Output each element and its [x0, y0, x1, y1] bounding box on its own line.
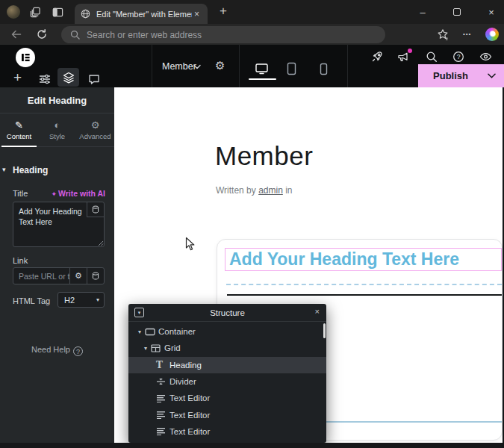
- refresh-icon[interactable]: [36, 28, 48, 40]
- new-tab-button[interactable]: +: [215, 3, 231, 19]
- copilot-icon[interactable]: [485, 28, 499, 41]
- question-icon: ?: [73, 346, 83, 356]
- tree-item-label: Text Editor: [169, 411, 210, 420]
- close-window-button[interactable]: ×: [476, 0, 504, 24]
- tree-item-container[interactable]: ▾ Container: [128, 323, 326, 340]
- caret-down-icon[interactable]: ▾: [134, 329, 145, 335]
- divider-icon: [156, 377, 169, 386]
- divider: [239, 45, 240, 87]
- address-placeholder: Search or enter web address: [87, 30, 202, 40]
- dynamic-tags-icon[interactable]: [87, 202, 104, 217]
- tab-content[interactable]: ✎ Content: [0, 113, 38, 146]
- text-editor-icon: [156, 394, 169, 402]
- publish-options-chevron-icon[interactable]: [488, 73, 496, 78]
- maximize-icon: [453, 8, 461, 16]
- link-field-label: Link: [13, 256, 28, 265]
- selected-widget-outline[interactable]: Add Your Heading Text Here: [225, 248, 502, 271]
- add-element-icon[interactable]: +: [13, 70, 22, 85]
- publish-label: Publish: [433, 70, 468, 81]
- tree-item-heading[interactable]: T Heading: [128, 357, 326, 373]
- collapse-all-icon[interactable]: ▾: [134, 308, 144, 317]
- pencil-icon: ✎: [15, 120, 23, 131]
- tree-item-text-editor[interactable]: Text Editor: [128, 390, 326, 406]
- structure-panel-toggle[interactable]: [57, 68, 79, 87]
- preview-eye-icon[interactable]: [479, 51, 492, 63]
- byline-suffix: in: [285, 185, 292, 196]
- tab-title: Edit "Member" with Elementor: [96, 10, 192, 19]
- divider: [152, 45, 152, 87]
- tab-label: Advanced: [79, 132, 111, 140]
- tab-close-icon[interactable]: ×: [192, 9, 202, 19]
- svg-text:?: ?: [457, 53, 461, 60]
- link-options-gear-icon[interactable]: ⚙: [69, 268, 87, 284]
- minimize-button[interactable]: –: [408, 0, 438, 24]
- favorites-icon[interactable]: [437, 28, 449, 40]
- panel-tabs: ✎ Content ◐ Style ⚙ Advanced: [0, 113, 114, 147]
- sparkle-icon: ✦: [51, 190, 57, 198]
- tree-item-label: Divider: [169, 377, 196, 386]
- address-bar[interactable]: Search or enter web address: [61, 26, 385, 43]
- browser-toolbar: Search or enter web address •••: [0, 24, 504, 45]
- help-icon[interactable]: ?: [452, 51, 464, 63]
- grid-outline-dashed: [226, 284, 502, 285]
- tree-item-label: Container: [158, 327, 196, 336]
- launch-icon[interactable]: [371, 51, 383, 63]
- byline-prefix: Written by: [216, 185, 256, 196]
- tree-item-text-editor[interactable]: Text Editor: [128, 406, 326, 423]
- elementor-logo[interactable]: [16, 48, 35, 67]
- browser-titlebar: Edit "Member" with Elementor × + – ×: [0, 0, 504, 24]
- heading-section-toggle[interactable]: ▾ Heading: [13, 165, 48, 175]
- workspaces-icon[interactable]: [30, 7, 41, 18]
- html-tag-select[interactable]: H2 ▾: [57, 292, 105, 308]
- html-tag-value: H2: [64, 296, 75, 305]
- browser-window: Edit "Member" with Elementor × + – × Sea…: [0, 0, 504, 448]
- divider-widget[interactable]: [227, 294, 502, 296]
- heading-widget-text[interactable]: Add Your Heading Text Here: [225, 249, 501, 270]
- browser-tab[interactable]: Edit "Member" with Elementor ×: [75, 4, 208, 24]
- tree-item-label: Text Editor: [169, 427, 210, 436]
- caret-down-icon: ▾: [2, 166, 6, 173]
- tab-style[interactable]: ◐ Style: [38, 113, 76, 146]
- structure-close-icon[interactable]: ×: [315, 307, 320, 316]
- text-editor-icon: [156, 411, 169, 419]
- write-with-ai-button[interactable]: ✦Write with AI: [51, 189, 105, 198]
- edit-panel: Edit Heading ✎ Content ◐ Style ⚙ Advance…: [0, 87, 114, 443]
- tablet-view-icon[interactable]: [287, 62, 296, 75]
- link-input[interactable]: [13, 268, 69, 284]
- site-settings-icon[interactable]: [39, 73, 51, 85]
- link-dynamic-tags-icon[interactable]: [87, 268, 104, 284]
- desktop-view-icon[interactable]: [255, 63, 269, 75]
- more-menu-icon[interactable]: •••: [463, 28, 471, 41]
- globe-icon: [81, 9, 90, 19]
- document-name[interactable]: Member: [162, 61, 196, 72]
- container-icon: [145, 328, 158, 336]
- maximize-button[interactable]: [442, 0, 472, 24]
- tab-actions-icon[interactable]: [52, 7, 63, 18]
- chevron-down-icon[interactable]: [193, 64, 201, 69]
- profile-avatar[interactable]: [7, 5, 20, 19]
- tab-advanced[interactable]: ⚙ Advanced: [76, 113, 114, 146]
- tree-item-text-editor[interactable]: Text Editor: [128, 423, 326, 440]
- back-icon[interactable]: [10, 28, 22, 40]
- panel-title: Edit Heading: [0, 87, 114, 113]
- notes-icon[interactable]: [88, 73, 100, 85]
- need-help-link[interactable]: Need Help?: [0, 345, 114, 356]
- tree-item-divider[interactable]: Divider: [128, 373, 326, 390]
- tree-item-grid[interactable]: ▾ Grid: [128, 340, 326, 356]
- document-settings-icon[interactable]: ⚙: [215, 59, 225, 72]
- notification-dot: [408, 49, 412, 53]
- author-link[interactable]: admin: [258, 185, 283, 196]
- html-tag-label: HTML Tag: [13, 296, 50, 305]
- window-bottom-edge: [0, 443, 504, 448]
- tree-item-label: Text Editor: [169, 393, 210, 402]
- elementor-topbar: + Member ⚙: [0, 45, 504, 87]
- caret-down-icon[interactable]: ▾: [140, 345, 151, 352]
- mobile-view-icon[interactable]: [320, 63, 328, 75]
- structure-panel: Structure ▾ × ▾ Container ▾ Grid T He: [128, 304, 326, 443]
- tree-item-label: Heading: [169, 361, 202, 370]
- tab-label: Style: [49, 132, 65, 140]
- publish-button[interactable]: Publish: [418, 64, 504, 87]
- scrollbar-thumb[interactable]: [323, 323, 326, 338]
- resize-handle[interactable]: [98, 240, 104, 246]
- finder-search-icon[interactable]: [426, 51, 438, 63]
